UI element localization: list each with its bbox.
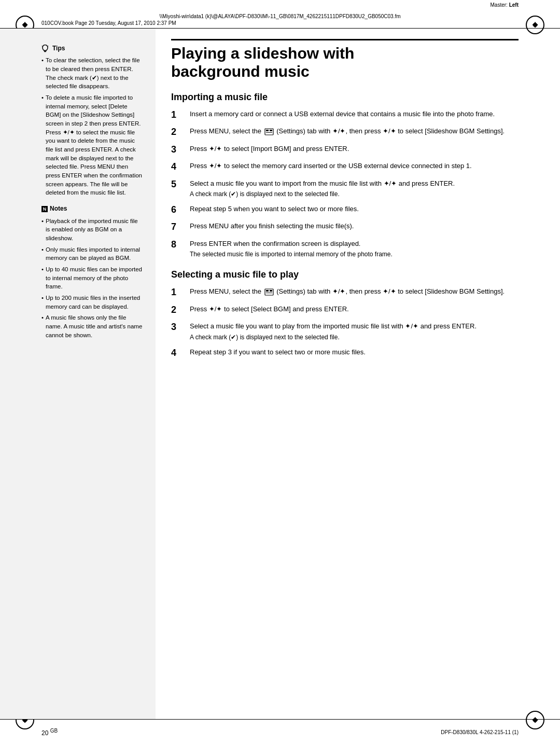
import-step-6: 6 Repeat step 5 when you want to select …: [171, 204, 519, 216]
tip-item-1: To clear the selection, select the file …: [41, 56, 143, 91]
step-content: Repeat step 3 if you want to select two …: [190, 347, 519, 357]
import-step-4: 4 Press ✦/✦ to select the memory card in…: [171, 161, 519, 173]
step-number: 3: [171, 321, 186, 333]
step-content: Press ✦/✦ to select the memory card inse…: [190, 161, 519, 171]
step-content: Press ENTER when the confirmation screen…: [190, 239, 519, 259]
main-content: Playing a slideshow withbackground music…: [156, 29, 560, 719]
page-title: Playing a slideshow withbackground music: [171, 39, 519, 80]
step-number: 2: [171, 304, 186, 316]
tips-list: To clear the selection, select the file …: [41, 56, 143, 197]
step-number: 7: [171, 221, 186, 233]
tips-title: Tips: [41, 44, 143, 53]
step-content: Press ✦/✦ to select [Import BGM] and pre…: [190, 144, 519, 154]
header: \\Miyoshi-win\data1 (k)\@ALAYA\DPF-D830\…: [0, 0, 560, 29]
step-subnote: A check mark (✔) is displayed next to th…: [190, 333, 519, 342]
import-step-3: 3 Press ✦/✦ to select [Import BGM] and p…: [171, 144, 519, 156]
page-content: Tips To clear the selection, select the …: [0, 29, 560, 719]
svg-rect-6: [265, 129, 273, 135]
step-content: Select a music file you want to import f…: [190, 178, 519, 199]
svg-rect-8: [266, 132, 272, 133]
step-subnote: The selected music file is imported to i…: [190, 250, 519, 259]
step-content: Press MENU after you finish selecting th…: [190, 221, 519, 231]
settings-icon: [264, 128, 274, 135]
select-step-2: 2 Press ✦/✦ to select [Select BGM] and p…: [171, 304, 519, 316]
notes-icon: N: [41, 206, 48, 212]
select-steps-list: 1 Press MENU, select the (Settings) tab …: [171, 286, 519, 359]
step-content: Insert a memory card or connect a USB ex…: [190, 109, 519, 119]
svg-rect-2: [44, 51, 46, 52]
section-import-title: Importing a music file: [171, 92, 519, 103]
header-path: \\Miyoshi-win\data1 (k)\@ALAYA\DPF-D830\…: [0, 13, 560, 19]
step-content: Press MENU, select the (Settings) tab wi…: [190, 126, 519, 136]
import-step-7: 7 Press MENU after you finish selecting …: [171, 221, 519, 233]
notes-list: Playback of the imported music file is e…: [41, 217, 143, 340]
footer: 20 GB DPF-D830/830L 4-262-215-11 (1): [0, 719, 560, 745]
select-step-4: 4 Repeat step 3 if you want to select tw…: [171, 347, 519, 359]
svg-rect-1: [44, 50, 47, 51]
step-content: Press ✦/✦ to select [Select BGM] and pre…: [190, 304, 519, 314]
step-number: 1: [171, 109, 186, 121]
settings-icon-2: [264, 288, 274, 296]
tip-item-2: To delete a music file imported to inter…: [41, 93, 143, 197]
svg-line-5: [48, 46, 49, 46]
sidebar: Tips To clear the selection, select the …: [0, 29, 156, 719]
step-subnote: A check mark (✔) is displayed next to th…: [190, 189, 519, 199]
svg-rect-13: [270, 290, 272, 292]
header-file-line: 010COV.book Page 20 Tuesday, August 17, …: [0, 20, 560, 26]
note-item-2: Only music files imported to internal me…: [41, 245, 143, 263]
select-step-1: 1 Press MENU, select the (Settings) tab …: [171, 286, 519, 298]
svg-rect-11: [266, 290, 269, 292]
svg-rect-7: [266, 130, 269, 131]
section-select-title: Selecting a music file to play: [171, 269, 519, 280]
svg-rect-9: [270, 130, 272, 131]
svg-line-4: [42, 46, 43, 46]
note-item-4: Up to 200 music files in the inserted me…: [41, 294, 143, 311]
lightbulb-icon: [41, 45, 49, 53]
svg-point-0: [43, 45, 48, 50]
step-number: 4: [171, 347, 186, 359]
step-number: 5: [171, 178, 186, 190]
import-step-1: 1 Insert a memory card or connect a USB …: [171, 109, 519, 121]
step-content: Repeat step 5 when you want to select tw…: [190, 204, 519, 214]
footer-model: DPF-D830/830L 4-262-215-11 (1): [441, 729, 519, 735]
svg-rect-10: [265, 289, 273, 295]
note-item-3: Up to 40 music files can be imported to …: [41, 265, 143, 291]
step-number: 2: [171, 126, 186, 138]
import-step-8: 8 Press ENTER when the confirmation scre…: [171, 239, 519, 259]
import-steps-list: 1 Insert a memory card or connect a USB …: [171, 109, 519, 259]
note-item-1: Playback of the imported music file is e…: [41, 217, 143, 243]
step-content: Select a music file you want to play fro…: [190, 321, 519, 342]
svg-rect-12: [266, 293, 272, 293]
select-step-3: 3 Select a music file you want to play f…: [171, 321, 519, 342]
step-content: Press MENU, select the (Settings) tab wi…: [190, 286, 519, 297]
notes-title: N Notes: [41, 204, 143, 213]
step-number: 4: [171, 161, 186, 173]
note-item-5: A music file shows only the file name. A…: [41, 313, 143, 339]
import-step-2: 2 Press MENU, select the (Settings) tab …: [171, 126, 519, 138]
master-side: Left: [509, 2, 519, 8]
step-number: 3: [171, 144, 186, 156]
footer-page: 20 GB: [41, 728, 58, 737]
step-number: 6: [171, 204, 186, 216]
import-step-5: 5 Select a music file you want to import…: [171, 178, 519, 199]
header-master: Master: Left: [491, 2, 519, 8]
step-number: 1: [171, 286, 186, 298]
step-number: 8: [171, 239, 186, 251]
